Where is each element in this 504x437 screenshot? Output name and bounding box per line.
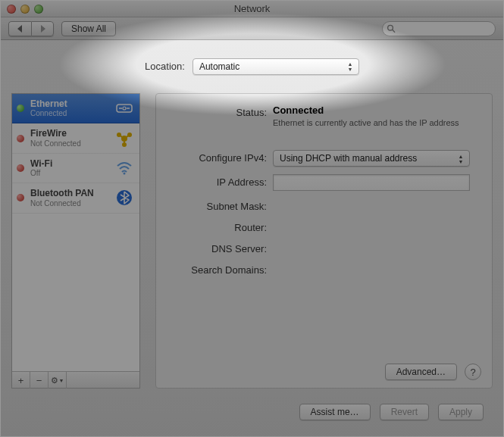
svg-point-13 xyxy=(124,172,126,174)
show-all-button[interactable]: Show All xyxy=(61,21,116,36)
status-value: Connected xyxy=(273,105,481,116)
remove-interface-button[interactable]: − xyxy=(30,372,49,389)
subnet-mask-row: Subnet Mask: xyxy=(167,198,481,212)
sidebar-footer: + − ⚙▼ xyxy=(12,371,139,388)
interface-name: Ethernet xyxy=(30,98,108,109)
configure-ipv4-value: Using DHCP with manual address xyxy=(280,153,417,164)
router-label: Router: xyxy=(167,220,273,233)
sidebar-item-firewire[interactable]: FireWire Not Connected xyxy=(12,123,139,153)
footer: Assist me… Revert Apply xyxy=(1,396,503,431)
ip-address-input[interactable] xyxy=(273,174,470,191)
status-description: Ethernet is currently active and has the… xyxy=(273,118,470,127)
search-input[interactable] xyxy=(399,24,490,33)
back-button[interactable] xyxy=(8,21,31,36)
titlebar: Network xyxy=(1,1,503,17)
interface-name: Bluetooth PAN xyxy=(30,188,108,198)
dns-server-label: DNS Server: xyxy=(167,241,273,254)
advanced-button[interactable]: Advanced… xyxy=(385,364,457,380)
body: Ethernet Connected FireWire Not Connecte… xyxy=(1,93,503,396)
add-interface-button[interactable]: + xyxy=(12,372,30,389)
dns-server-row: DNS Server: xyxy=(167,241,481,254)
interface-status: Not Connected xyxy=(30,139,108,148)
ip-address-row: IP Address: xyxy=(167,174,481,191)
revert-button[interactable]: Revert xyxy=(380,404,429,420)
svg-point-2 xyxy=(388,25,393,30)
status-dot-icon xyxy=(17,105,24,112)
svg-point-5 xyxy=(123,107,126,110)
status-label: Status: xyxy=(167,105,273,118)
interface-status: Connected xyxy=(30,109,108,118)
location-row: Location: Automatic ▲▼ xyxy=(1,40,503,93)
sidebar-item-ethernet[interactable]: Ethernet Connected xyxy=(12,94,139,123)
detail-pane: Status: Connected Ethernet is currently … xyxy=(155,93,493,389)
forward-button[interactable] xyxy=(31,21,54,36)
search-domains-row: Search Domains: xyxy=(167,262,481,276)
svg-marker-0 xyxy=(17,25,22,33)
assist-me-button[interactable]: Assist me… xyxy=(299,404,371,420)
location-label: Location: xyxy=(145,61,185,72)
status-row: Status: Connected Ethernet is currently … xyxy=(167,105,481,127)
status-dot-icon xyxy=(17,194,24,201)
svg-line-3 xyxy=(393,30,395,32)
search-field[interactable] xyxy=(382,21,496,36)
apply-button[interactable]: Apply xyxy=(438,404,484,420)
sidebar-item-wifi[interactable]: Wi-Fi Off xyxy=(12,154,139,183)
configure-ipv4-dropdown[interactable]: Using DHCP with manual address ▲▼ xyxy=(273,150,470,167)
interface-name: Wi-Fi xyxy=(30,158,108,169)
nav-segment xyxy=(8,21,54,36)
search-icon xyxy=(387,24,396,33)
interface-status: Off xyxy=(30,169,108,178)
chevron-updown-icon: ▲▼ xyxy=(455,153,466,164)
bluetooth-icon xyxy=(114,189,135,207)
search-domains-label: Search Domains: xyxy=(167,262,273,276)
subnet-mask-label: Subnet Mask: xyxy=(167,198,273,212)
router-row: Router: xyxy=(167,220,481,233)
help-button[interactable]: ? xyxy=(465,364,481,380)
sidebar-item-bluetooth-pan[interactable]: Bluetooth PAN Not Connected xyxy=(12,183,139,213)
ip-address-label: IP Address: xyxy=(167,174,273,188)
location-selected: Automatic xyxy=(199,61,239,72)
status-dot-icon xyxy=(17,135,24,142)
toolbar: Show All xyxy=(1,17,503,40)
chevron-updown-icon: ▲▼ xyxy=(345,61,355,73)
location-dropdown[interactable]: Automatic ▲▼ xyxy=(193,58,359,75)
svg-marker-1 xyxy=(41,25,45,33)
gear-icon: ⚙ xyxy=(51,376,58,385)
interface-list: Ethernet Connected FireWire Not Connecte… xyxy=(12,94,139,371)
interface-sidebar: Ethernet Connected FireWire Not Connecte… xyxy=(11,93,140,389)
configure-ipv4-row: Configure IPv4: Using DHCP with manual a… xyxy=(167,150,481,167)
configure-ipv4-label: Configure IPv4: xyxy=(167,150,273,164)
firewire-icon xyxy=(114,130,135,148)
ethernet-icon xyxy=(114,99,135,117)
interface-status: Not Connected xyxy=(30,199,108,208)
chevron-down-icon: ▼ xyxy=(59,378,64,383)
status-dot-icon xyxy=(17,164,24,172)
chevron-left-icon xyxy=(17,25,23,33)
window-title: Network xyxy=(1,3,503,14)
interface-name: FireWire xyxy=(30,128,108,139)
network-preferences-window: Network Show All Location: Automatic ▲▼ xyxy=(0,0,504,437)
chevron-right-icon xyxy=(39,25,45,33)
wifi-icon xyxy=(114,159,135,177)
gear-menu-button[interactable]: ⚙▼ xyxy=(49,372,67,389)
